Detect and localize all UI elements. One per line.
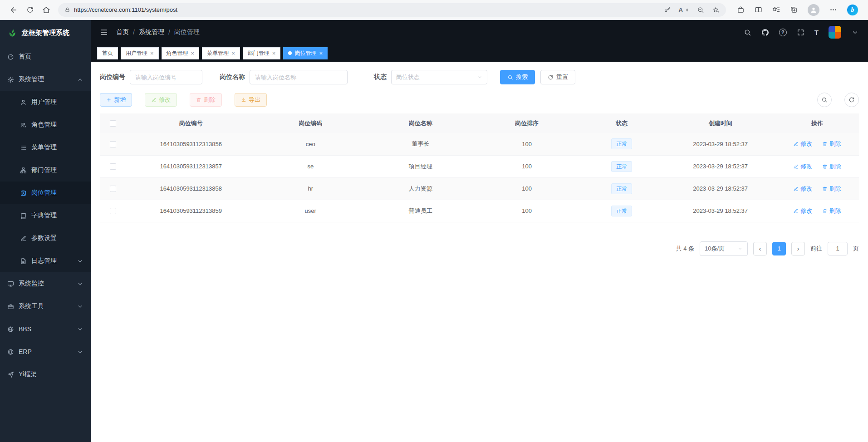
post-name-input[interactable]: [250, 70, 348, 84]
browser-home-button[interactable]: [38, 3, 54, 17]
add-button[interactable]: 新增: [100, 93, 132, 107]
sidebar-item-menu-management[interactable]: 菜单管理: [0, 136, 91, 159]
org-tree-icon: [20, 167, 27, 174]
cell-created-time: 2023-03-29 18:52:37: [665, 177, 775, 200]
sidebar-item-post-management[interactable]: 岗位管理: [0, 182, 91, 204]
browser-back-button[interactable]: [5, 3, 22, 17]
row-checkbox[interactable]: [110, 141, 116, 147]
sidebar-item-erp[interactable]: ERP: [0, 340, 91, 363]
breadcrumb-separator: /: [133, 29, 135, 36]
trash-icon: [822, 141, 828, 147]
tab-close-icon[interactable]: ×: [231, 50, 235, 56]
row-checkbox[interactable]: [110, 163, 116, 170]
row-delete-link[interactable]: 删除: [822, 185, 841, 193]
page-size-select[interactable]: 10条/页: [700, 241, 748, 256]
sidebar-item-role-management[interactable]: 角色管理: [0, 113, 91, 136]
tab-post-management[interactable]: 岗位管理 ×: [283, 47, 328, 59]
browser-profile-avatar[interactable]: [808, 4, 819, 16]
tab-menu-management[interactable]: 菜单管理 ×: [202, 47, 240, 59]
search-icon: [821, 97, 828, 103]
edit-button[interactable]: 修改: [145, 93, 177, 107]
row-checkbox[interactable]: [110, 208, 116, 214]
bing-chat-icon[interactable]: b: [847, 5, 858, 15]
cell-post-id: 1641030593112313856: [127, 133, 255, 155]
sidebar-item-department-management[interactable]: 部门管理: [0, 159, 91, 182]
toggle-search-button[interactable]: [817, 93, 832, 107]
chevron-down-icon: [77, 280, 83, 287]
row-edit-link[interactable]: 修改: [793, 207, 812, 215]
browser-menu-icon[interactable]: [829, 6, 837, 14]
sidebar-item-parameter-settings[interactable]: 参数设置: [0, 227, 91, 250]
sidebar-item-home[interactable]: 首页: [0, 45, 91, 68]
sidebar-item-system-tools[interactable]: 系统工具: [0, 295, 91, 318]
tab-close-icon[interactable]: ×: [150, 50, 154, 56]
status-select[interactable]: 岗位状态: [391, 70, 487, 84]
fullscreen-icon[interactable]: [797, 29, 804, 36]
goto-page-input[interactable]: [828, 242, 848, 255]
column-header-status: 状态: [578, 113, 665, 133]
sidebar-item-yi-framework[interactable]: Yi框架: [0, 363, 91, 386]
tab-role-management[interactable]: 角色管理 ×: [162, 47, 200, 59]
browser-refresh-button[interactable]: [22, 3, 38, 17]
tab-close-icon[interactable]: ×: [191, 50, 195, 56]
github-icon[interactable]: [761, 29, 769, 36]
select-all-checkbox[interactable]: [110, 120, 116, 127]
collections-icon[interactable]: [790, 6, 798, 14]
avatar-caret-icon[interactable]: [851, 29, 859, 36]
sidebar-item-system-monitoring[interactable]: 系统监控: [0, 272, 91, 295]
sidebar-item-log-management[interactable]: 日志管理: [0, 250, 91, 272]
page-1-button[interactable]: 1: [772, 242, 786, 255]
address-bar[interactable]: https://ccnetcore.com:1101/system/post A: [58, 3, 726, 17]
cell-post-code: se: [255, 155, 366, 177]
header-search-icon[interactable]: [744, 29, 751, 36]
row-delete-link[interactable]: 删除: [822, 207, 841, 215]
row-edit-link[interactable]: 修改: [793, 140, 812, 148]
sidebar-item-user-management[interactable]: 用户管理: [0, 91, 91, 113]
sidebar-item-bbs[interactable]: BBS: [0, 318, 91, 340]
search-button[interactable]: 搜索: [500, 70, 535, 84]
add-favorite-icon[interactable]: [712, 6, 720, 14]
row-edit-link[interactable]: 修改: [793, 162, 812, 171]
refresh-table-button[interactable]: [844, 93, 859, 107]
tab-home[interactable]: 首页: [97, 47, 118, 59]
row-delete-link[interactable]: 删除: [822, 162, 841, 171]
extensions-icon[interactable]: [737, 6, 745, 14]
dashboard-icon: [7, 54, 14, 60]
breadcrumb-item-home[interactable]: 首页: [116, 28, 129, 36]
sidebar-item-dictionary-management[interactable]: 字典管理: [0, 204, 91, 227]
tab-user-management[interactable]: 用户管理 ×: [121, 47, 159, 59]
column-header-actions: 操作: [775, 113, 859, 133]
user-avatar[interactable]: [829, 26, 841, 39]
status-badge: 正常: [611, 138, 632, 149]
sidebar-item-system-management[interactable]: 系统管理: [0, 68, 91, 91]
sidebar-item-label: 部门管理: [31, 166, 83, 174]
tab-department-management[interactable]: 部门管理 ×: [243, 47, 281, 59]
post-code-input[interactable]: [130, 70, 202, 84]
collapse-sidebar-icon[interactable]: [100, 28, 108, 36]
chevron-down-icon: [737, 246, 743, 251]
dictionary-book-icon: [20, 212, 27, 219]
favorites-bar-icon[interactable]: [772, 6, 780, 14]
zoom-out-icon[interactable]: [697, 6, 704, 14]
read-aloud-icon[interactable]: A: [679, 6, 689, 13]
row-edit-link[interactable]: 修改: [793, 185, 812, 193]
password-key-icon[interactable]: [664, 6, 671, 13]
row-delete-link[interactable]: 删除: [822, 140, 841, 148]
export-button[interactable]: 导出: [235, 93, 267, 107]
trash-icon: [822, 208, 828, 214]
split-screen-icon[interactable]: [755, 6, 762, 14]
cell-post-id: 1641030593112313858: [127, 177, 255, 200]
reset-button[interactable]: 重置: [540, 70, 575, 84]
row-checkbox[interactable]: [110, 186, 116, 192]
delete-button[interactable]: 删除: [190, 93, 222, 107]
sidebar: 意框架管理系统 首页 系统管理 用户管理 角色管理: [0, 20, 91, 442]
tab-close-icon[interactable]: ×: [272, 50, 276, 56]
next-page-button[interactable]: ›: [791, 242, 805, 255]
help-icon[interactable]: ?: [779, 29, 787, 36]
font-size-icon[interactable]: T: [814, 29, 819, 36]
breadcrumb-item-system[interactable]: 系统管理: [139, 28, 164, 36]
tab-close-icon[interactable]: ×: [319, 50, 323, 56]
edit-pencil-icon: [793, 186, 799, 192]
prev-page-button[interactable]: ‹: [753, 242, 767, 255]
refresh-icon: [548, 74, 554, 80]
